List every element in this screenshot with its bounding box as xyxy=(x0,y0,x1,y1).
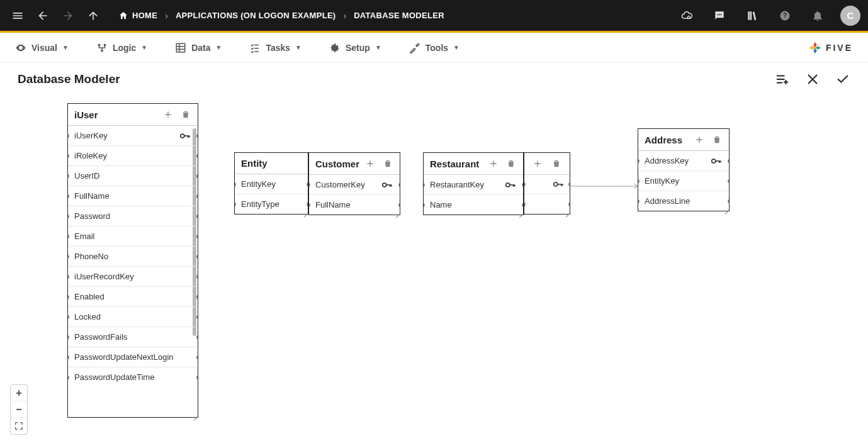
resize-handle[interactable] xyxy=(563,207,570,215)
connection-port[interactable] xyxy=(309,183,310,187)
plus-icon[interactable] xyxy=(532,158,543,169)
chat-icon[interactable] xyxy=(709,6,730,26)
connection-port[interactable] xyxy=(728,199,729,203)
breadcrumb-applications[interactable]: APPLICATIONS (ON LOGON EXAMPLE) xyxy=(176,11,336,20)
table-row[interactable]: Name xyxy=(424,195,523,215)
table-row[interactable]: Enabled xyxy=(68,287,198,307)
diagram-canvas[interactable]: iUser iUserKeyiRoleKeyUserIDFullNamePass… xyxy=(0,93,868,441)
connection-port[interactable] xyxy=(68,174,69,178)
zoom-in-button[interactable]: + xyxy=(11,385,27,401)
table-row[interactable]: Email xyxy=(68,226,198,247)
check-icon[interactable] xyxy=(835,72,850,87)
connection-port[interactable] xyxy=(424,183,425,187)
table-row[interactable]: AddressKey xyxy=(638,151,729,171)
table-row[interactable]: EntityType xyxy=(235,194,308,214)
menu-tools[interactable]: Tools ▼ xyxy=(409,42,459,53)
plus-icon[interactable] xyxy=(694,134,705,145)
connection-port[interactable] xyxy=(524,203,526,206)
connection-port[interactable] xyxy=(196,295,198,299)
connection-port[interactable] xyxy=(524,182,526,186)
table-row[interactable]: iRoleKey xyxy=(68,146,198,166)
trash-icon[interactable] xyxy=(180,109,191,120)
table-row[interactable]: RestaurantKey xyxy=(424,175,523,195)
connection-port[interactable] xyxy=(196,255,198,259)
connection-port[interactable] xyxy=(68,355,69,359)
table-entity[interactable]: Entity EntityKeyEntityType xyxy=(234,152,308,215)
connection-port[interactable] xyxy=(68,235,69,238)
breadcrumb-home[interactable]: HOME xyxy=(118,11,157,21)
connection-port[interactable] xyxy=(398,203,400,207)
plus-icon[interactable] xyxy=(364,158,376,169)
table-row[interactable]: PhoneNo xyxy=(68,247,198,267)
table-restaurant[interactable]: Restaurant RestaurantKeyName xyxy=(423,152,524,215)
connection-port[interactable] xyxy=(196,235,198,238)
connection-port[interactable] xyxy=(309,203,310,207)
help-icon[interactable]: ? xyxy=(775,6,795,26)
resize-handle[interactable] xyxy=(191,410,198,418)
table-iuser[interactable]: iUser iUserKeyiRoleKeyUserIDFullNamePass… xyxy=(67,103,198,418)
resize-handle[interactable] xyxy=(516,208,524,215)
connection-port[interactable] xyxy=(235,182,236,186)
connection-port[interactable] xyxy=(196,194,198,198)
connection-port[interactable] xyxy=(568,203,570,206)
table-row[interactable] xyxy=(524,175,570,194)
connection-port[interactable] xyxy=(196,376,198,379)
add-list-icon[interactable] xyxy=(775,72,790,87)
table-customer[interactable]: Customer CustomerKeyFullName xyxy=(308,152,400,215)
avatar[interactable]: C xyxy=(840,6,860,26)
table-row[interactable]: CustomerKey xyxy=(309,175,400,195)
menu-setup[interactable]: Setup ▼ xyxy=(329,42,381,53)
connection-port[interactable] xyxy=(638,159,640,163)
trash-icon[interactable] xyxy=(382,158,393,169)
connection-port[interactable] xyxy=(196,275,198,279)
trash-icon[interactable] xyxy=(711,134,723,145)
connection-port[interactable] xyxy=(307,203,308,206)
connection-port[interactable] xyxy=(638,199,640,203)
trash-icon[interactable] xyxy=(551,158,562,169)
plus-icon[interactable] xyxy=(162,109,174,120)
connection-port[interactable] xyxy=(196,134,198,138)
plus-icon[interactable] xyxy=(488,158,499,169)
table-row[interactable]: PasswordFails xyxy=(68,327,198,347)
connection-port[interactable] xyxy=(424,203,425,207)
connection-port[interactable] xyxy=(196,355,198,359)
menu-visual[interactable]: Visual ▼ xyxy=(15,42,69,53)
connection-port[interactable] xyxy=(68,215,69,218)
table-row[interactable]: UserID xyxy=(68,166,198,186)
table-row[interactable]: FullName xyxy=(68,186,198,206)
table-row[interactable]: AddressLine xyxy=(638,191,729,211)
table-row[interactable]: iUserRecordKey xyxy=(68,267,198,287)
close-icon[interactable] xyxy=(805,72,820,87)
table-unnamed[interactable] xyxy=(524,152,570,215)
connection-port[interactable] xyxy=(196,215,198,218)
connection-port[interactable] xyxy=(307,182,308,186)
resize-handle[interactable] xyxy=(301,207,308,215)
bell-icon[interactable] xyxy=(808,6,828,26)
zoom-out-button[interactable]: − xyxy=(11,401,27,418)
connection-port[interactable] xyxy=(196,154,198,158)
back-icon[interactable] xyxy=(33,6,53,26)
menu-icon[interactable] xyxy=(8,6,28,26)
trash-icon[interactable] xyxy=(505,158,517,169)
connection-port[interactable] xyxy=(68,154,69,158)
connection-port[interactable] xyxy=(522,203,523,207)
connection-port[interactable] xyxy=(68,134,69,138)
connection-port[interactable] xyxy=(68,194,69,198)
connection-port[interactable] xyxy=(235,203,236,206)
table-address[interactable]: Address AddressKeyEntityKeyAddressLine xyxy=(638,128,730,211)
menu-data[interactable]: Data ▼ xyxy=(175,42,222,53)
connection-port[interactable] xyxy=(568,182,570,186)
forward-icon[interactable] xyxy=(58,6,78,26)
connection-port[interactable] xyxy=(398,183,400,187)
connection-port[interactable] xyxy=(68,335,69,339)
connection-port[interactable] xyxy=(638,179,640,183)
connection-port[interactable] xyxy=(68,295,69,299)
table-row[interactable]: Password xyxy=(68,206,198,226)
resize-handle[interactable] xyxy=(393,208,400,215)
connection-port[interactable] xyxy=(196,335,198,339)
table-row[interactable]: FullName xyxy=(309,195,400,215)
menu-tasks[interactable]: Tasks ▼ xyxy=(249,42,302,53)
connection-port[interactable] xyxy=(196,315,198,319)
table-row[interactable]: iUserKey xyxy=(68,126,198,146)
connection-port[interactable] xyxy=(196,174,198,178)
